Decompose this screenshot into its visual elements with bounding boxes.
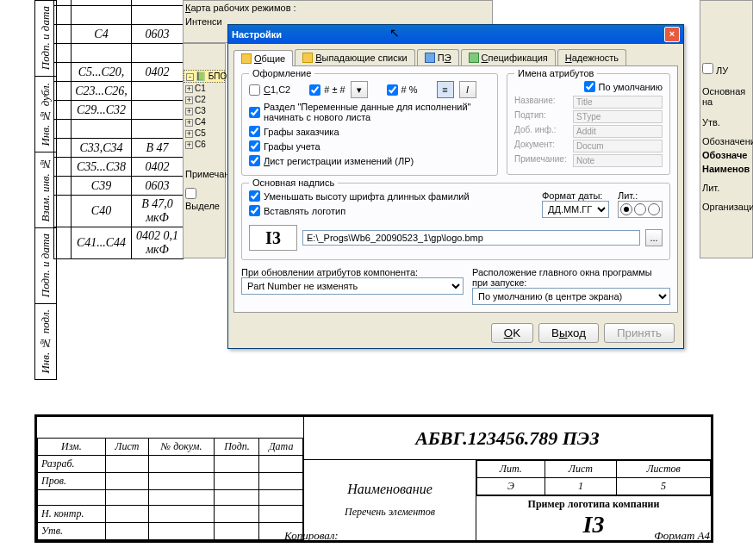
side-label: Инв. № дубл. — [39, 83, 53, 146]
copied-label: Копировал: — [284, 529, 339, 543]
attr-stype: SType — [573, 110, 663, 123]
logo-checkbox[interactable] — [249, 205, 260, 216]
razdel-checkbox[interactable] — [249, 107, 260, 118]
uchet-checkbox[interactable] — [249, 140, 260, 152]
tree-item[interactable]: +C1 — [184, 83, 225, 94]
ok-button[interactable]: OK — [491, 323, 533, 343]
hash-plusminus-checkbox[interactable] — [309, 84, 320, 96]
lit-label: Лит.: — [618, 190, 663, 201]
tree-item[interactable]: +C3 — [184, 105, 225, 116]
zakaz-checkbox[interactable] — [249, 126, 260, 137]
drawing-name: Наименование — [308, 482, 472, 497]
attr-docum: Docum — [573, 140, 663, 152]
attr-addit: Addit — [573, 125, 663, 138]
title-block: Изм.Лист№ докум.Подп.Дата Разраб. Пров. … — [34, 414, 713, 543]
lu-checkbox[interactable] — [702, 63, 713, 74]
tab-panel: Оформление C1,C2 # ± # ▾ # % ≡ I Раздел … — [233, 66, 678, 313]
date-format-select[interactable]: ДД.ММ.ГГ — [542, 201, 609, 218]
font-checkbox[interactable] — [249, 190, 260, 202]
tree-item[interactable]: +C2 — [184, 94, 225, 105]
tab-icon — [425, 53, 435, 63]
browse-button[interactable]: ... — [645, 229, 663, 246]
update-label: При обновлении атрибутов компонента: — [241, 267, 464, 277]
lit-radio-group[interactable] — [618, 201, 663, 218]
drawing-code: АБВГ.123456.789 ПЭЗ — [415, 427, 600, 449]
c1c2-checkbox[interactable] — [249, 84, 260, 96]
tab-dropdowns[interactable]: Выпадающие списки — [295, 49, 415, 65]
group-design: Оформление C1,C2 # ± # ▾ # % ≡ I Раздел … — [241, 73, 498, 176]
dialog-buttons: OK Выход Принять — [228, 318, 683, 348]
tab-pe[interactable]: ПЭ — [417, 49, 459, 65]
tree-item[interactable]: +C5 — [184, 128, 225, 139]
tree-item-selected[interactable]: -📗 БПО — [184, 70, 225, 83]
tab-icon — [469, 53, 479, 63]
dialog-title: Настройки — [232, 29, 282, 40]
lr-checkbox[interactable] — [249, 155, 260, 166]
apply-button[interactable]: Принять — [604, 323, 675, 343]
position-label: Расположение главного окна программы при… — [472, 267, 670, 288]
side-label: Взам. инв. № — [39, 158, 53, 221]
attr-title: Title — [573, 96, 663, 109]
tab-bar: Общие Выпадающие списки ПЭ Спецификация … — [233, 49, 678, 66]
tab-reliability[interactable]: Надежность — [557, 49, 626, 65]
hash-percent-checkbox[interactable] — [387, 84, 398, 96]
component-table: C30603 C40603 C5...C20,0402 C23...C26, C… — [53, 0, 184, 259]
position-select[interactable]: По умолчанию (в центре экрана) — [472, 288, 670, 305]
default-checkbox[interactable] — [584, 81, 595, 92]
attr-note: Note — [573, 154, 663, 167]
settings-dialog: Настройки × Общие Выпадающие списки ПЭ С… — [227, 24, 684, 349]
logo-preview: I3 — [249, 225, 297, 251]
exit-button[interactable]: Выход — [538, 323, 599, 343]
italic-btn[interactable]: I — [459, 81, 476, 98]
bg-checkbox[interactable] — [185, 188, 196, 199]
logo-path-input[interactable] — [302, 230, 640, 246]
format-btn[interactable]: ▾ — [351, 81, 368, 98]
side-label: Инв. № подл. — [39, 309, 53, 374]
bg-tree: -📗 БПО +C1 +C2 +C3 +C4 +C5 +C6 Примечани… — [183, 43, 226, 258]
group-attrs: Имена атрибутов По умолчанию Название:Ti… — [507, 73, 670, 175]
tab-general[interactable]: Общие — [233, 50, 293, 66]
close-icon[interactable]: × — [664, 27, 680, 42]
update-select[interactable]: Part Number не изменять — [241, 277, 464, 295]
align-btn[interactable]: ≡ — [437, 81, 454, 98]
tab-icon — [241, 53, 252, 64]
tab-icon — [302, 53, 313, 63]
tab-spec[interactable]: Спецификация — [461, 49, 556, 65]
titlebar[interactable]: Настройки × — [228, 25, 683, 44]
side-label: Подп. и дата — [39, 6, 53, 70]
tree-item[interactable]: +C6 — [184, 139, 225, 150]
group-main-inscription: Основная надпись Уменьшать высоту шрифта… — [241, 183, 670, 260]
bg-right-panel: ЛУ Основная на Утв. Обозначени Обозначе … — [700, 0, 753, 258]
date-format-label: Формат даты: — [542, 190, 609, 201]
tree-item[interactable]: +C4 — [184, 116, 225, 128]
side-label: Подп. и дата — [39, 233, 53, 297]
format-label: Формат А4 — [654, 529, 710, 543]
